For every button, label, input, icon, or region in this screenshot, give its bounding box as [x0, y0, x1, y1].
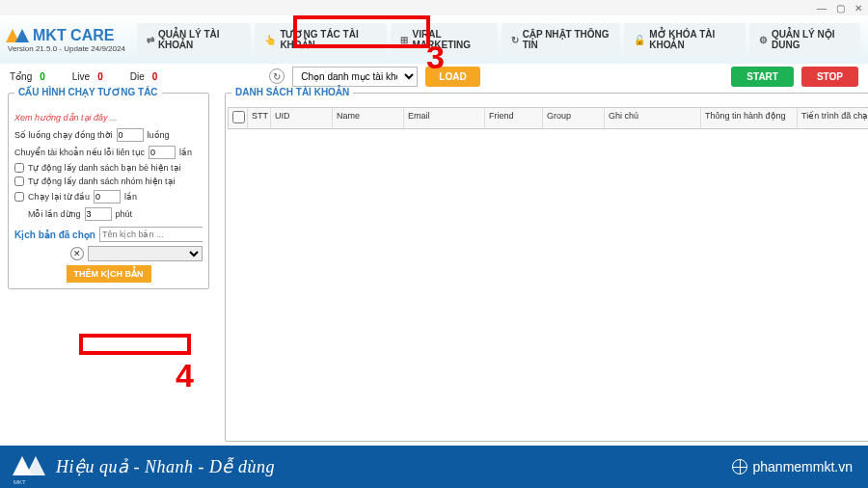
close-icon[interactable]: ✕	[854, 3, 862, 14]
col-note[interactable]: Ghi chú	[605, 108, 701, 128]
footer-logo-text: MKT	[14, 479, 26, 485]
total-label: Tổng	[10, 71, 32, 82]
script-select[interactable]	[88, 246, 203, 261]
config-panel: CẤU HÌNH CHẠY TƯƠNG TÁC Xem hướng dẫn tạ…	[8, 93, 209, 289]
threads-label: Số luồng chạy đồng thời	[14, 130, 113, 140]
reload-icon[interactable]: ↻	[269, 68, 285, 84]
annotation-number-3: 3	[426, 39, 445, 76]
rerun-unit: lần	[124, 192, 137, 202]
tab-label: TƯƠNG TÁC TÀI KHOẢN	[280, 29, 377, 50]
threads-unit: luồng	[148, 130, 170, 140]
tab-label: QUẢN LÝ NỘI DUNG	[772, 29, 851, 50]
col-uid[interactable]: UID	[271, 108, 333, 128]
tab-label: MỞ KHÓA TÀI KHOẢN	[649, 29, 736, 50]
rerun-label: Chạy lại từ đầu	[28, 192, 90, 202]
switch-unit: lần	[179, 148, 192, 157]
logo-block: MKT CARE Version 21.5.0 - Update 24/9/20…	[8, 27, 125, 53]
autofriends-label: Tự động lấy danh sách bạn bè hiện tại	[28, 163, 181, 173]
threads-input[interactable]	[117, 128, 144, 142]
footer-bar: MKT Hiệu quả - Nhanh - Dễ dùng phanmemmk…	[0, 446, 868, 488]
logo-icon	[8, 27, 29, 44]
script-name-input[interactable]	[99, 227, 203, 242]
main-area: CẤU HÌNH CHẠY TƯƠNG TÁC Xem hướng dẫn tạ…	[0, 89, 868, 446]
version-text: Version 21.5.0 - Update 24/9/2024	[8, 44, 125, 53]
list-icon: ⇄	[147, 35, 154, 45]
tab-update-info[interactable]: ↻ CẬP NHẬT THÔNG TIN	[502, 23, 621, 56]
accounts-panel: DANH SÁCH TÀI KHOẢN STT UID Name Email F…	[225, 93, 868, 442]
tab-label: QUẢN LÝ TÀI KHOẢN	[158, 29, 242, 50]
touch-icon: 👆	[264, 35, 276, 45]
grid-icon: ⊞	[400, 35, 408, 45]
script-label: Kịch bản đã chọn	[14, 230, 95, 240]
autogroups-label: Tự động lấy danh sách nhóm hiện tại	[28, 176, 176, 186]
autofriends-checkbox[interactable]	[14, 163, 24, 173]
col-checkbox[interactable]	[229, 108, 248, 128]
die-label: Die	[130, 71, 145, 82]
add-script-button[interactable]: THÊM KỊCH BẢN	[67, 265, 151, 283]
refresh-icon: ↻	[511, 35, 519, 45]
tab-label: CẬP NHẬT THÔNG TIN	[523, 29, 611, 50]
category-select[interactable]: Chọn danh mục tài khoản	[292, 67, 418, 87]
gear-icon: ⚙	[759, 35, 768, 45]
switch-input[interactable]	[149, 146, 176, 159]
col-progress[interactable]: Tiến trình đã chạy	[798, 108, 868, 128]
footer-site[interactable]: phanmemmkt.vn	[732, 459, 853, 474]
tab-label: VIRAL MARKETING	[412, 29, 487, 50]
selectall-checkbox[interactable]	[232, 111, 245, 123]
config-title: CẤU HÌNH CHẠY TƯƠNG TÁC	[14, 87, 162, 97]
live-label: Live	[72, 71, 90, 82]
col-action[interactable]: Thông tin hành động	[701, 108, 798, 128]
annotation-number-4: 4	[176, 357, 194, 394]
unlock-icon: 🔓	[634, 35, 645, 45]
minimize-icon[interactable]: —	[817, 3, 827, 14]
tab-interact-accounts[interactable]: 👆 TƯƠNG TÁC TÀI KHOẢN	[255, 23, 387, 56]
maximize-icon[interactable]: ▢	[836, 3, 845, 14]
start-button[interactable]: START	[731, 67, 794, 87]
rerun-checkbox[interactable]	[14, 192, 24, 202]
accounts-title: DANH SÁCH TÀI KHOẢN	[231, 87, 353, 97]
col-group[interactable]: Group	[543, 108, 605, 128]
logo-text: MKT CARE	[33, 27, 114, 44]
tab-manage-accounts[interactable]: ⇄ QUẢN LÝ TÀI KHOẢN	[137, 23, 252, 56]
site-url: phanmemmkt.vn	[753, 459, 853, 474]
nav-tabs: ⇄ QUẢN LÝ TÀI KHOẢN 👆 TƯƠNG TÁC TÀI KHOẢ…	[137, 23, 860, 56]
col-email[interactable]: Email	[404, 108, 485, 128]
rerun-input[interactable]	[94, 190, 121, 203]
col-name[interactable]: Name	[333, 108, 404, 128]
die-value: 0	[152, 71, 158, 82]
total-value: 0	[40, 71, 45, 82]
right-panel: DANH SÁCH TÀI KHOẢN STT UID Name Email F…	[217, 89, 868, 446]
pause-unit: phút	[116, 209, 133, 219]
window-titlebar: — ▢ ✕	[0, 0, 868, 15]
delete-script-icon[interactable]: ✕	[70, 247, 84, 260]
tab-unlock-accounts[interactable]: 🔓 MỞ KHÓA TÀI KHOẢN	[624, 23, 746, 56]
switch-label: Chuyển tài khoản nếu lỗi liên tục	[14, 148, 145, 157]
col-stt[interactable]: STT	[248, 108, 271, 128]
stop-button[interactable]: STOP	[801, 67, 858, 87]
help-hint[interactable]: Xem hướng dẫn tại đây ...	[14, 113, 203, 122]
table-header: STT UID Name Email Friend Group Ghi chú …	[228, 107, 868, 129]
footer-logo-icon: MKT	[15, 454, 44, 479]
globe-icon	[732, 459, 747, 474]
tab-manage-content[interactable]: ⚙ QUẢN LÝ NỘI DUNG	[749, 23, 860, 56]
pause-input[interactable]	[85, 207, 112, 221]
footer-slogan: Hiệu quả - Nhanh - Dễ dùng	[56, 456, 275, 477]
autogroups-checkbox[interactable]	[14, 176, 24, 186]
pause-label: Mỗi lần dừng	[28, 209, 81, 219]
live-value: 0	[97, 71, 103, 82]
col-friend[interactable]: Friend	[485, 108, 543, 128]
